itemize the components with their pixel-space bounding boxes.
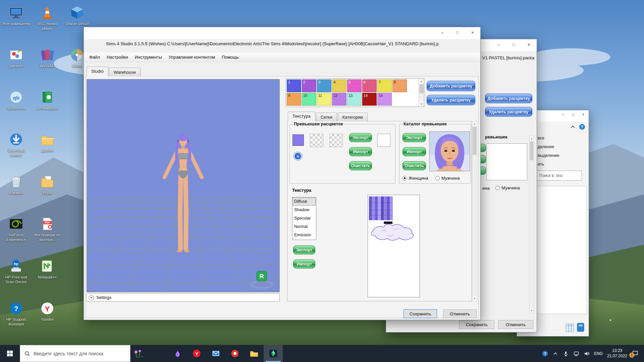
color-swatch-13[interactable]: 13 <box>347 93 362 106</box>
taskbar-app-mail[interactable] <box>206 345 225 362</box>
volume-icon[interactable] <box>584 351 590 357</box>
desktop-icon-games-folder[interactable]: Игры <box>33 172 62 215</box>
desktop-icon-hp-print[interactable]: hpHP Print and Scan Doctor <box>1 257 31 299</box>
win2-minimize-button[interactable]: – <box>491 40 506 49</box>
previews-import-button[interactable]: Импорт <box>349 147 372 156</box>
taskbar-app-red-circle-app[interactable] <box>225 345 245 362</box>
win2-save-button[interactable]: Сохранить <box>459 320 494 329</box>
previews-clear-button[interactable]: Очистить <box>349 161 372 170</box>
win3-minimize-button[interactable]: – <box>558 111 568 119</box>
preview-swatch-empty-2[interactable] <box>329 134 343 147</box>
panel-scrollbar[interactable]: ▲ ▼ <box>472 121 477 301</box>
win3-item-0[interactable]: все <box>538 134 559 142</box>
desktop-icon-download-master[interactable]: Download Master <box>1 130 31 172</box>
main-tab-0[interactable]: Studio <box>87 67 108 76</box>
scroll-up-icon[interactable]: ▲ <box>419 79 424 84</box>
texture-item-normal[interactable]: Normal <box>292 223 316 231</box>
preview-swatch-empty-1[interactable] <box>310 134 323 147</box>
win3-item-2[interactable]: выделение <box>538 151 559 160</box>
tray-help-icon[interactable]: ? <box>542 351 548 357</box>
color-swatch-5[interactable]: 5 <box>347 79 362 92</box>
menu-item-0[interactable]: Файл <box>86 53 103 62</box>
taskbar-app-yandex-browser[interactable]: Y <box>187 345 206 362</box>
win1-maximize-button[interactable]: □ <box>450 27 465 37</box>
win3-blue-tool-icon[interactable] <box>577 322 585 332</box>
taskbar-app-purple-drop-app[interactable] <box>168 345 187 362</box>
desktop-icon-pdf[interactable]: PDFИнструкция по эксплуа... <box>33 215 62 257</box>
color-swatch-1[interactable]: 1 <box>287 79 301 92</box>
color-swatch-11[interactable]: 11 <box>317 93 331 106</box>
catalog-export-button[interactable]: Экспорт <box>402 133 426 142</box>
color-swatch-14[interactable]: 14 <box>362 93 377 106</box>
taskbar-search[interactable]: Введите здесь текст для поиска <box>20 345 130 362</box>
news-interests-icon[interactable] <box>130 345 146 362</box>
action-center-icon[interactable]: 1 <box>632 350 641 357</box>
color-swatch-10[interactable]: 10 <box>302 93 316 106</box>
color-swatch-12[interactable]: 12 <box>332 93 346 106</box>
microphone-icon[interactable] <box>563 351 569 357</box>
texture-export-button[interactable]: Экспорт <box>293 245 315 254</box>
desktop-icon-vlc[interactable]: VLC media player <box>33 3 62 46</box>
win1-minimize-button[interactable]: – <box>435 27 450 37</box>
scroll-down-icon[interactable]: ▼ <box>530 308 534 313</box>
add-color-button[interactable]: Добавить расцветку <box>427 81 475 91</box>
texture-item-emission[interactable]: Emission <box>292 231 316 239</box>
previews-export-button[interactable]: Экспорт <box>349 133 372 142</box>
desktop-icon-yandex[interactable]: YYandex <box>33 299 62 341</box>
win3-grid-view-icon[interactable] <box>566 323 574 332</box>
sub-tab-1[interactable]: Сетки <box>316 113 337 121</box>
color-swatch-8[interactable]: 8 <box>392 79 407 92</box>
save-button[interactable]: Сохранить <box>404 309 437 318</box>
main-tab-1[interactable]: Warehouse <box>109 68 141 76</box>
scroll-thumb[interactable] <box>530 141 533 160</box>
desktop-icon-paintnet[interactable]: paintnet <box>1 46 31 88</box>
win3-maximize-button[interactable]: □ <box>568 111 578 119</box>
preview-swatch-white[interactable] <box>377 134 390 147</box>
texture-item-specular[interactable]: Specular <box>292 214 316 223</box>
color-swatch-2[interactable]: 2 <box>302 79 316 92</box>
color-swatch-7[interactable]: 7 <box>377 79 392 92</box>
color-swatch-3[interactable]: 3 <box>317 79 331 92</box>
scroll-up-icon[interactable]: ▲ <box>472 121 477 126</box>
taskbar-app-sims4[interactable] <box>264 345 283 362</box>
menu-item-1[interactable]: Настройки <box>103 53 131 62</box>
reset-camera-badge[interactable]: R <box>257 271 267 281</box>
swatch-scrollbar[interactable]: ▲ ▼ <box>419 79 424 107</box>
language-indicator[interactable]: ENG <box>594 351 603 356</box>
scroll-down-icon[interactable]: ▼ <box>472 296 477 301</box>
color-swatch-4[interactable]: 4 <box>332 79 346 92</box>
win2-remove-color-button[interactable]: Удалить расцветку <box>485 107 532 117</box>
desktop-icon-this-pc[interactable]: Этот компьютер <box>1 3 31 46</box>
texture-import-button[interactable]: Импорт <box>293 259 315 268</box>
win1-close-button[interactable]: × <box>465 27 480 37</box>
male-radio[interactable]: Мужчина <box>435 176 460 181</box>
win3-item-1[interactable]: деление <box>538 142 559 151</box>
catalog-import-button[interactable]: Импорт <box>402 147 426 156</box>
taskbar-clock[interactable]: 13:23 21.07.2022 <box>607 348 627 359</box>
menu-item-2[interactable]: Инструменты <box>131 53 165 62</box>
win2-close-button[interactable]: × <box>521 40 536 49</box>
win2-female-radio-fragment[interactable]: ина <box>482 186 490 191</box>
scroll-thumb[interactable] <box>473 127 477 155</box>
desktop-icon-geforce[interactable]: GeForce Experience <box>1 215 31 257</box>
start-button[interactable] <box>0 345 20 362</box>
win3-collapse-chevron-icon[interactable] <box>571 125 575 129</box>
desktop-icon-notepadpp[interactable]: Notepad++ <box>33 257 62 299</box>
win2-maximize-button[interactable]: □ <box>506 40 521 49</box>
desktop-icon-folder[interactable]: другое <box>33 130 62 172</box>
menu-item-4[interactable]: Помощь <box>218 53 242 62</box>
remove-preview-button[interactable]: × <box>294 152 302 160</box>
chevron-up-icon[interactable] <box>552 351 558 357</box>
color-swatch-9[interactable]: 9 <box>287 93 301 106</box>
scroll-thumb[interactable] <box>419 84 424 94</box>
desktop-icon-qbittorrent[interactable]: qbqBittorrent <box>1 88 31 130</box>
win3-close-button[interactable]: × <box>578 111 588 119</box>
desktop-icon-hp-support[interactable]: ?HP Support Assistant <box>1 299 31 341</box>
scroll-up-icon[interactable]: ▲ <box>530 136 534 141</box>
settings-expander[interactable]: Settings <box>87 293 280 302</box>
win1-titlebar[interactable] <box>84 27 480 39</box>
win3-item-3[interactable]: ить <box>538 160 559 169</box>
win3-help-icon[interactable]: ? <box>579 124 585 130</box>
win2-scrollbar[interactable]: ▲ ▼ <box>529 136 534 313</box>
model-viewport-3d[interactable]: R <box>87 79 280 292</box>
